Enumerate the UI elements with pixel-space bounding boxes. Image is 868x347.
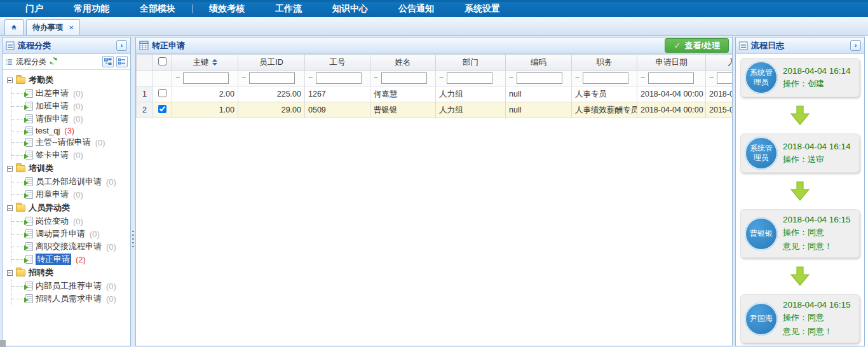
resize-grip[interactable] — [0, 340, 6, 347]
tree-item[interactable]: 员工外部培训申请(0) — [11, 175, 129, 188]
log-title: 流程日志 — [751, 40, 784, 51]
table-row[interactable]: 21.0029.000509曹银银人力组null人事绩效薪酬专员2018-04-… — [137, 102, 733, 118]
refresh-icon[interactable] — [49, 57, 58, 67]
avatar: 系统管理员 — [745, 137, 778, 170]
collapse-minus-icon[interactable] — [7, 78, 13, 83]
tree-category[interactable]: 考勤类 — [4, 73, 129, 87]
collapse-right-icon[interactable]: › — [850, 40, 861, 51]
filter-range-label: ~ — [374, 73, 378, 82]
filter-input-1[interactable] — [249, 72, 295, 84]
tree-item[interactable]: 加班申请(0) — [11, 100, 129, 112]
collapse-minus-icon[interactable] — [7, 166, 13, 172]
collapse-tree-icon[interactable] — [116, 56, 128, 67]
document-arrow-icon — [25, 229, 33, 238]
sidebar-toolbar-label: 流程分类 — [16, 57, 46, 67]
collapse-left-icon[interactable]: ‹ — [116, 40, 127, 51]
column-header-label: 员工ID — [259, 58, 283, 67]
tree-item[interactable]: 签卡申请(0) — [11, 149, 129, 161]
sidebar-toolbar: 流程分类 — [3, 54, 130, 70]
filter-input-7[interactable] — [648, 72, 694, 84]
column-header[interactable]: 姓名 — [370, 55, 436, 71]
column-header[interactable]: 入职日期 — [706, 55, 733, 71]
filter-range-label: ~ — [709, 73, 714, 82]
sort-icon[interactable] — [212, 59, 217, 65]
tab-bar: 待办事项 ✕ — [0, 17, 868, 36]
view-process-label: 查看/处理 — [684, 40, 720, 51]
tree-item[interactable]: 主管--请假申请(0) — [11, 136, 129, 149]
nav-item-2[interactable]: 全部模块 — [125, 0, 191, 17]
row-checkbox[interactable] — [158, 89, 166, 97]
item-count-badge: (0) — [106, 177, 116, 187]
tree-lines-icon — [5, 58, 13, 66]
close-icon[interactable]: ✕ — [69, 24, 74, 31]
column-header[interactable]: 编码 — [506, 55, 572, 71]
tree-item-label: 员工外部培训申请 — [36, 176, 102, 187]
panel-splitter[interactable] — [131, 37, 135, 346]
folder-icon — [16, 77, 25, 84]
table-row[interactable]: 12.00225.001267何嘉慧人力组null人事专员2018-04-04 … — [137, 86, 733, 102]
column-header[interactable]: 工号 — [305, 55, 370, 71]
nav-item-1[interactable]: 常用功能 — [58, 0, 125, 17]
column-header[interactable]: 申请日期 — [637, 55, 706, 71]
column-header[interactable]: 员工ID — [238, 55, 305, 71]
cell: null — [506, 86, 572, 102]
log-step-separator — [740, 173, 860, 209]
rownum-header — [137, 55, 153, 71]
expand-tree-icon[interactable] — [102, 56, 114, 67]
nav-item-6[interactable]: 公告通知 — [383, 0, 449, 17]
tree-item[interactable]: 离职交接流程申请(0) — [11, 240, 129, 253]
tab-home[interactable] — [4, 19, 24, 35]
filter-range-label: ~ — [439, 73, 444, 82]
collapse-minus-icon[interactable] — [7, 205, 13, 211]
tab-todo-items[interactable]: 待办事项 ✕ — [26, 19, 80, 35]
sidebar-header: 流程分类 ‹ — [3, 37, 130, 54]
column-header[interactable]: 职务 — [572, 55, 637, 71]
select-all-checkbox[interactable] — [158, 57, 166, 65]
arrow-down-icon — [789, 181, 811, 201]
records-table: 主键员工ID工号姓名部门编码职务申请日期入职日期~~~~~~~~~12.0022… — [136, 54, 732, 118]
tree-item[interactable]: 用章申请(0) — [11, 188, 129, 201]
tree-item[interactable]: 岗位变动(0) — [11, 215, 129, 228]
nav-item-0[interactable]: 门户 — [10, 0, 58, 17]
cell: 2018-04-04 00:00 — [637, 102, 706, 118]
tree-category[interactable]: 培训类 — [4, 161, 129, 175]
nav-item-3[interactable]: 绩效考核 — [194, 0, 260, 17]
nav-item-4[interactable]: 工作流 — [260, 0, 317, 17]
filter-range-label: ~ — [241, 73, 246, 82]
cell: 2015-04 — [706, 102, 733, 118]
filter-input-4[interactable] — [447, 72, 492, 84]
filter-input-3[interactable] — [381, 72, 427, 84]
nav-item-7[interactable]: 系统设置 — [449, 0, 515, 17]
nav-item-5[interactable]: 知识中心 — [317, 0, 383, 17]
cell: 1.00 — [172, 102, 238, 118]
filter-input-8[interactable] — [717, 72, 732, 84]
item-count-badge: (2) — [76, 255, 86, 264]
collapse-minus-icon[interactable] — [7, 270, 13, 276]
cell: 人力组 — [436, 86, 506, 102]
tree-item-label: 签卡申请 — [36, 149, 69, 161]
column-header-label: 申请日期 — [656, 58, 688, 67]
filter-input-0[interactable] — [183, 72, 229, 84]
tree-item[interactable]: 招聘人员需求申请(0) — [11, 292, 129, 305]
tree-item[interactable]: 出差申请(0) — [11, 87, 129, 100]
column-header-label: 编码 — [531, 58, 546, 67]
tree-item[interactable]: 请假申请(0) — [11, 112, 129, 125]
list-panel-icon — [6, 41, 15, 50]
filter-input-5[interactable] — [517, 72, 562, 84]
item-count-badge: (0) — [73, 89, 83, 99]
log-entry: 尹国海2018-04-04 16:15操作：同意意见：同意！ — [740, 294, 860, 343]
tree-item[interactable]: 调动晋升申请(0) — [11, 228, 129, 240]
column-header[interactable]: 部门 — [436, 55, 506, 71]
view-process-button[interactable]: ✓ 查看/处理 — [665, 38, 729, 53]
tree-item[interactable]: 内部员工推荐申请(0) — [11, 280, 129, 292]
tree-item[interactable]: 转正申请(2) — [11, 253, 129, 266]
document-arrow-icon — [25, 89, 33, 98]
filter-input-2[interactable] — [316, 72, 362, 84]
column-header[interactable]: 主键 — [172, 55, 238, 71]
arrow-down-icon — [789, 105, 811, 125]
tree-category[interactable]: 招聘类 — [4, 266, 129, 280]
tree-category[interactable]: 人员异动类 — [4, 201, 129, 215]
tree-item[interactable]: test_qj(3) — [11, 125, 129, 136]
filter-input-6[interactable] — [583, 72, 628, 84]
row-checkbox[interactable] — [158, 105, 166, 113]
